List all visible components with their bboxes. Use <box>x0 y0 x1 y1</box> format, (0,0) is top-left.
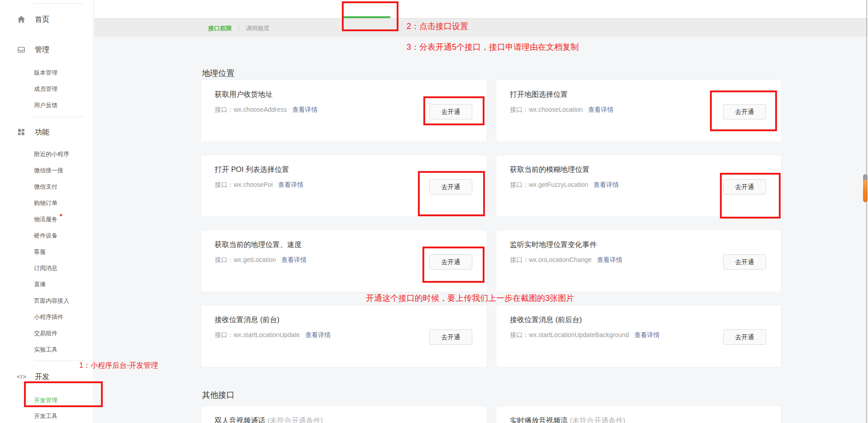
section-title-geolocation: 地理位置 <box>202 68 235 79</box>
annotation-step-1: 1：小程序后台-开发管理 <box>79 361 158 371</box>
sidebar-divider <box>34 361 84 361</box>
detail-link-wx.startLocationUpdate[interactable]: 查看详情 <box>305 331 331 338</box>
annotation-box-btn-chooseLocation <box>710 90 777 131</box>
sidebar-section-features[interactable]: 功能 <box>35 128 49 137</box>
sidebar-item-manage-2[interactable]: 用户反馈 <box>34 102 58 109</box>
sidebar-item-features-9[interactable]: 页面内容接入 <box>34 297 69 304</box>
other-api-card-0: 双人音视频通话 (未符合开通条件) <box>201 406 487 423</box>
sidebar-item-features-10[interactable]: 小程序插件 <box>34 314 63 321</box>
sidebar-item-features-2[interactable]: 微信支付 <box>34 183 58 190</box>
scrollbar-thumb[interactable] <box>863 174 868 202</box>
other-api-card-title: 双人音视频通话 (未符合开通条件) <box>215 416 323 423</box>
detail-link-wx.chooseLocation[interactable]: 查看详情 <box>588 106 614 113</box>
sidebar-section-manage[interactable]: 管理 <box>35 45 49 54</box>
detail-link-wx.onLocationChange[interactable]: 查看详情 <box>597 256 622 263</box>
main-tab-bar <box>94 0 868 19</box>
sidebar: 首页管理版本管理成员管理用户反馈功能附近的小程序微信搜一搜微信支付购物订单物流服… <box>0 0 94 423</box>
api-card-title: 打开地图选择位置 <box>510 90 568 100</box>
code-icon: </> <box>17 372 26 381</box>
sidebar-item-features-3[interactable]: 购物订单 <box>34 200 58 207</box>
sidebar-item-features-11[interactable]: 交易组件 <box>34 330 58 337</box>
detail-link-wx.startLocationUpdateBackground[interactable]: 查看详情 <box>634 331 660 338</box>
sidebar-item-features-7[interactable]: 订阅消息 <box>34 265 58 272</box>
annotation-box-btn-getFuzzyLocation <box>720 173 781 219</box>
other-api-card-1: 实时播放音视频流 (未符合开通条件) <box>496 406 782 423</box>
detail-link-wx.choosePoi[interactable]: 查看详情 <box>278 181 303 188</box>
api-card-subtitle: 接口：wx.choosePoi 查看详情 <box>215 181 303 189</box>
subtab-divider <box>239 25 239 31</box>
annotation-box-api-settings-tab <box>342 1 398 31</box>
sidebar-item-manage-0[interactable]: 版本管理 <box>34 69 58 76</box>
scrollbar-track[interactable] <box>866 0 867 423</box>
api-card-subtitle: 接口：wx.chooseLocation 查看详情 <box>510 106 614 114</box>
detail-link-wx.getFuzzyLocation[interactable]: 查看详情 <box>594 181 619 188</box>
inbox-icon <box>17 45 26 54</box>
api-card-title: 监听实时地理位置变化事件 <box>510 240 597 250</box>
detail-link-wx.chooseAddress[interactable]: 查看详情 <box>292 106 317 113</box>
new-badge-dot <box>60 214 62 216</box>
wechat-miniprogram-console: 首页管理版本管理成员管理用户反馈功能附近的小程序微信搜一搜微信支付购物订单物流服… <box>0 0 868 423</box>
annotation-box-dev-management <box>24 381 103 407</box>
annotation-box-btn-choosePoi <box>418 171 485 216</box>
sidebar-section-home[interactable]: 首页 <box>35 15 49 24</box>
api-card-subtitle: 接口：wx.startLocationUpdate 查看详情 <box>215 331 331 339</box>
sidebar-item-features-12[interactable]: 实验工具 <box>34 346 58 353</box>
api-card-subtitle: 接口：wx.getFuzzyLocation 查看详情 <box>510 181 619 189</box>
annotation-step-2: 2：点击接口设置 <box>407 21 468 32</box>
sidebar-item-features-5[interactable]: 硬件设备 <box>34 232 58 239</box>
condition-note: (未符合开通条件) <box>570 417 625 423</box>
sidebar-divider <box>34 117 84 117</box>
api-card-title: 获取当前的地理位置、速度 <box>215 240 302 250</box>
annotation-upload-note: 开通这个接口的时候，要上传我们上一步在截图的3张图片 <box>366 293 574 304</box>
sidebar-item-develop-1[interactable]: 开发工具 <box>34 413 58 420</box>
sidebar-item-features-6[interactable]: 客服 <box>34 248 46 256</box>
api-card-subtitle: 接口：wx.onLocationChange 查看详情 <box>510 256 622 264</box>
sidebar-section-develop[interactable]: 开发 <box>35 372 49 381</box>
home-icon <box>17 15 26 24</box>
api-card-title: 获取用户收货地址 <box>215 90 273 100</box>
annotation-step-3: 3：分表开通5个接口，接口申请理由在文档复制 <box>407 42 579 52</box>
api-card-subtitle: 接口：wx.startLocationUpdateBackground 查看详情 <box>510 331 660 339</box>
sidebar-item-features-8[interactable]: 直播 <box>34 281 46 288</box>
open-button-wx.onLocationChange[interactable]: 去开通 <box>723 254 766 270</box>
api-card-subtitle: 接口：wx.getLocation 查看详情 <box>215 256 307 264</box>
sidebar-item-features-4[interactable]: 物流服务 <box>34 216 58 223</box>
annotation-box-btn-chooseAddress <box>423 96 484 125</box>
sidebar-item-features-1[interactable]: 微信搜一搜 <box>34 167 63 174</box>
open-button-wx.startLocationUpdateBackground[interactable]: 去开通 <box>723 329 766 345</box>
api-card-title: 获取当前的模糊地理位置 <box>510 165 590 175</box>
open-button-wx.startLocationUpdate[interactable]: 去开通 <box>429 329 472 345</box>
annotation-box-btn-getLocation <box>422 247 484 283</box>
subtab-1[interactable]: 调用额度 <box>246 24 269 33</box>
sidebar-divider <box>34 3 84 4</box>
api-card-title: 接收位置消息 (前台) <box>215 315 279 325</box>
grid-icon <box>17 128 26 137</box>
detail-link-wx.getLocation[interactable]: 查看详情 <box>281 256 307 263</box>
condition-note: (未符合开通条件) <box>267 417 323 423</box>
sidebar-item-manage-1[interactable]: 成员管理 <box>34 86 58 93</box>
subtab-0-active[interactable]: 接口权限 <box>208 24 232 33</box>
api-card-subtitle: 接口：wx.chooseAddress 查看详情 <box>215 106 317 114</box>
other-api-card-title: 实时播放音视频流 (未符合开通条件) <box>510 416 625 423</box>
sidebar-item-features-0[interactable]: 附近的小程序 <box>34 151 69 158</box>
section-title-other-apis: 其他接口 <box>202 390 235 400</box>
api-card-title: 接收位置消息 (前后台) <box>510 315 582 325</box>
api-card-title: 打开 POI 列表选择位置 <box>215 165 289 175</box>
scrollbar-thumb-orange <box>863 180 868 202</box>
